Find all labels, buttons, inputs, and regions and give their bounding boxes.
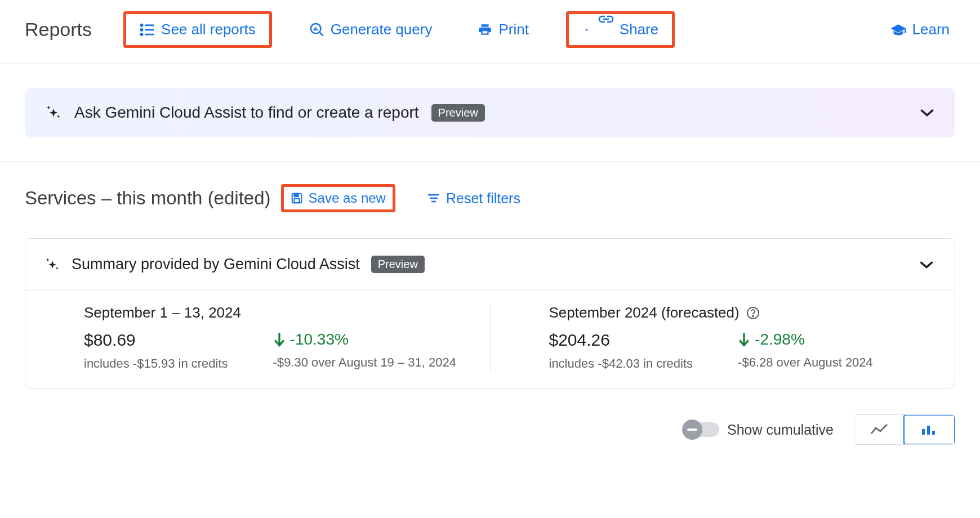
- print-icon: [477, 23, 493, 37]
- list-icon: [140, 23, 155, 37]
- share-highlight: Share: [566, 11, 675, 48]
- share-button[interactable]: Share: [574, 16, 666, 43]
- summary-card-header[interactable]: Summary provided by Gemini Cloud Assist …: [25, 239, 955, 291]
- forecast-delta-detail: -$6.28 over August 2024: [738, 355, 873, 370]
- summary-card: Summary provided by Gemini Cloud Assist …: [25, 238, 955, 388]
- reset-filters-button[interactable]: Reset filters: [427, 190, 520, 207]
- chart-type-toggle: [854, 414, 955, 445]
- learn-label: Learn: [912, 21, 950, 38]
- svg-point-4: [141, 33, 142, 35]
- bar-chart-button[interactable]: [903, 414, 955, 445]
- arrow-down-icon: [738, 332, 750, 347]
- svg-rect-14: [294, 199, 299, 203]
- forecast-delta: -2.98%: [738, 331, 805, 349]
- current-amount: $80.69: [84, 331, 228, 350]
- see-all-reports-button[interactable]: See all reports: [132, 16, 264, 43]
- save-as-new-label: Save as new: [309, 190, 386, 206]
- sparkles-icon: [45, 104, 62, 121]
- help-icon[interactable]: [746, 306, 760, 320]
- line-chart-icon: [870, 423, 888, 436]
- see-all-reports-highlight: See all reports: [123, 11, 272, 48]
- svg-rect-25: [932, 431, 935, 435]
- svg-line-7: [319, 32, 323, 35]
- svg-point-20: [752, 315, 754, 316]
- show-cumulative-label: Show cumulative: [727, 422, 834, 438]
- arrow-down-icon: [273, 332, 286, 347]
- save-as-new-button[interactable]: Save as new: [281, 184, 395, 212]
- current-period-label: September 1 – 13, 2024: [84, 304, 241, 321]
- see-all-reports-label: See all reports: [161, 21, 256, 38]
- summary-title: Summary provided by Gemini Cloud Assist: [72, 256, 360, 273]
- current-delta: -10.33%: [273, 331, 349, 349]
- share-label: Share: [620, 21, 658, 38]
- show-cumulative-toggle[interactable]: Show cumulative: [684, 422, 834, 438]
- learn-icon: [890, 24, 907, 36]
- sparkles-icon: [44, 257, 60, 273]
- svg-rect-13: [294, 194, 298, 197]
- forecast-credits: includes -$42.03 in credits: [549, 356, 693, 371]
- report-header: Services – this month (edited) Save as n…: [0, 162, 980, 212]
- filter-reset-icon: [427, 193, 440, 204]
- current-delta-pct: -10.33%: [290, 331, 349, 349]
- forecast-delta-pct: -2.98%: [755, 331, 805, 349]
- top-actions: See all reports Generate query: [123, 11, 675, 48]
- report-title: Services – this month (edited): [25, 187, 271, 209]
- svg-point-0: [141, 24, 142, 26]
- learn-button[interactable]: Learn: [882, 16, 958, 43]
- generate-query-button[interactable]: Generate query: [301, 16, 440, 43]
- preview-badge: Preview: [431, 104, 485, 122]
- chevron-down-icon: [919, 108, 935, 118]
- top-bar: Reports See all reports: [0, 0, 980, 64]
- current-credits: includes -$15.93 in credits: [84, 356, 228, 371]
- summary-body: September 1 – 13, 2024 $80.69 includes -…: [25, 291, 955, 388]
- line-chart-button[interactable]: [854, 415, 904, 444]
- svg-rect-22: [687, 428, 697, 431]
- chart-controls: Show cumulative: [0, 388, 980, 445]
- generate-query-label: Generate query: [331, 21, 433, 38]
- toggle-knob: [682, 419, 702, 440]
- current-delta-detail: -$9.30 over August 19 – 31, 2024: [273, 355, 456, 370]
- forecast-period-label: September 2024 (forecasted): [549, 304, 740, 321]
- forecast-amount: $204.26: [549, 331, 693, 350]
- summary-current-period: September 1 – 13, 2024 $80.69 includes -…: [25, 304, 491, 371]
- bar-chart-icon: [920, 423, 938, 436]
- reset-filters-label: Reset filters: [446, 190, 520, 207]
- print-button[interactable]: Print: [469, 16, 536, 43]
- save-icon: [291, 192, 303, 204]
- link-icon: [582, 24, 614, 35]
- gemini-assist-banner[interactable]: Ask Gemini Cloud Assist to find or creat…: [25, 88, 955, 137]
- svg-point-2: [141, 29, 142, 30]
- query-search-icon: [309, 22, 325, 38]
- page-title: Reports: [25, 19, 92, 41]
- chevron-down-icon: [919, 260, 934, 270]
- print-label: Print: [498, 21, 528, 38]
- svg-rect-23: [922, 429, 925, 435]
- gemini-banner-text: Ask Gemini Cloud Assist to find or creat…: [74, 104, 419, 122]
- toggle-track: [684, 422, 719, 437]
- preview-badge: Preview: [371, 256, 425, 273]
- summary-forecast-period: September 2024 (forecasted) $204.26 incl…: [491, 304, 955, 371]
- svg-rect-24: [927, 426, 930, 435]
